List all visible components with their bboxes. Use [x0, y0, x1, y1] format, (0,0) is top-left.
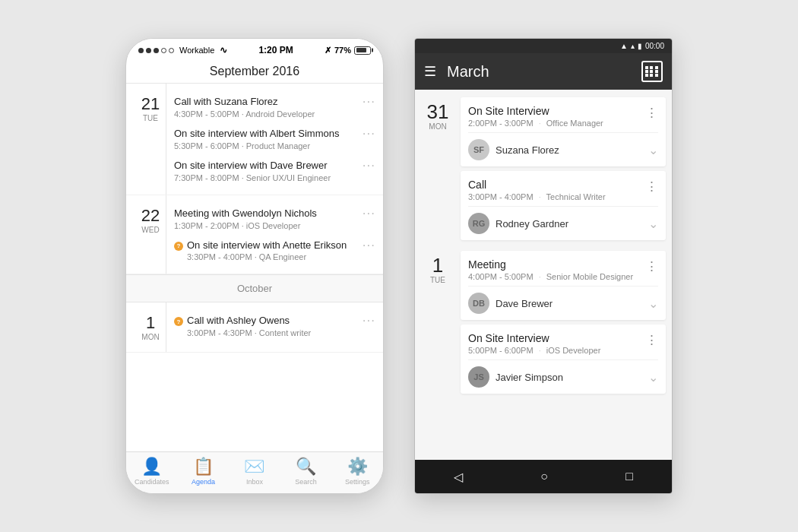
android-event-info-1-0: Meeting 4:00PM - 5:00PM · Senior Mobile …: [468, 258, 633, 281]
inbox-tab-label: Inbox: [246, 478, 263, 486]
android-event-more-1-0[interactable]: ⋮: [645, 258, 658, 274]
ios-events-21: Call with Suzana Florez 4:30PM - 5:00PM …: [166, 84, 383, 195]
android-event-person-0-1: RG Rodney Gardner ⌄: [468, 206, 658, 240]
avatar-0-1: RG: [468, 213, 489, 234]
ios-event-more-0-1[interactable]: ···: [358, 126, 375, 141]
ios-day-group-oct1: 1 MON ? Call with Ashley Owens 3:00PM - …: [126, 302, 383, 353]
chevron-down-icon-0-0[interactable]: ⌄: [648, 143, 658, 157]
android-day-group-1: 1 TUE Meeting 4:00PM - 5:00PM · Senior M…: [415, 243, 672, 397]
android-nav-bar: ◁ ○ □: [415, 460, 672, 493]
wifi-icon: ∿: [220, 45, 227, 55]
event-dot-oct-0: ?: [174, 317, 183, 326]
ios-event-0-1[interactable]: On site interview with Albert Simmons 5:…: [166, 123, 383, 155]
candidates-icon: 👤: [141, 457, 162, 477]
ios-scroll-area[interactable]: 21 TUE Call with Suzana Florez 4:30PM - …: [126, 84, 383, 451]
signal-dot-1: [138, 48, 144, 53]
ios-event-more-0-2[interactable]: ···: [358, 158, 375, 173]
search-tab-label: Search: [295, 478, 317, 486]
ios-event-1-0[interactable]: Meeting with Gwendolyn Nichols 1:30PM - …: [166, 203, 383, 235]
ios-day-num-21: 21: [141, 96, 160, 112]
android-event-card-0-0[interactable]: On Site Interview 2:00PM - 3:00PM · Offi…: [461, 97, 666, 166]
ios-event-0-2[interactable]: On site interview with Dave Brewer 7:30P…: [166, 155, 383, 187]
ios-tab-agenda[interactable]: 📋 Agenda: [178, 457, 230, 486]
ios-event-title-1-0: Meeting with Gwendolyn Nichols: [174, 207, 358, 220]
ios-event-more-1-1[interactable]: ···: [358, 238, 375, 253]
ios-event-time-1-1: 3:30PM - 4:00PM · QA Engineer: [187, 252, 358, 261]
home-button[interactable]: ○: [540, 470, 548, 483]
android-day-num-31: 31: [427, 102, 449, 122]
android-event-card-0-1[interactable]: Call 3:00PM - 4:00PM · Technical Writer …: [461, 171, 666, 240]
android-event-person-1-1: JS Javier Simpson ⌄: [468, 359, 658, 394]
chevron-down-icon-1-0[interactable]: ⌄: [648, 296, 658, 311]
hamburger-menu-icon[interactable]: ☰: [424, 63, 436, 80]
android-day-name-1: TUE: [430, 276, 445, 284]
ios-day-num-22: 22: [141, 207, 160, 224]
ios-tab-search[interactable]: 🔍 Search: [280, 457, 332, 486]
android-signal-icon: ▲: [620, 42, 628, 50]
ios-event-oct-0[interactable]: ? Call with Ashley Owens 3:00PM - 4:30PM…: [166, 310, 383, 342]
person-name-1-1: Javier Simpson: [496, 372, 642, 383]
ios-month-divider-oct: October: [126, 274, 383, 302]
ios-calendar-header: September 2016: [126, 59, 383, 84]
android-day-label-31: 31 MON: [421, 97, 454, 240]
chevron-down-icon-1-1[interactable]: ⌄: [648, 370, 658, 385]
ios-event-more-0-0[interactable]: ···: [358, 94, 375, 109]
calendar-view-icon[interactable]: [641, 61, 663, 82]
recent-apps-button[interactable]: □: [625, 470, 633, 483]
android-scroll-area[interactable]: 31 MON On Site Interview 2:00PM - 3:00PM…: [415, 90, 672, 460]
android-day-name-31: MON: [429, 122, 446, 131]
ios-event-content-1-1: On site interview with Anette Erikson 3:…: [187, 239, 358, 262]
android-events-31: On Site Interview 2:00PM - 3:00PM · Offi…: [461, 97, 666, 240]
ios-event-title-0-0: Call with Suzana Florez: [174, 96, 358, 109]
android-event-info-0-0: On Site Interview 2:00PM - 3:00PM · Offi…: [468, 105, 603, 128]
ios-event-time-0-2: 7:30PM - 8:00PM · Senior UX/UI Engineer: [174, 173, 358, 182]
avatar-0-0: SF: [468, 139, 489, 160]
android-event-header-1-0: Meeting 4:00PM - 5:00PM · Senior Mobile …: [468, 258, 658, 281]
ios-event-more-1-0[interactable]: ···: [358, 206, 375, 221]
ios-event-time-oct-0: 3:00PM - 4:30PM · Content writer: [187, 328, 358, 337]
search-icon: 🔍: [296, 457, 316, 477]
ios-phone: Workable ∿ 1:20 PM ✗ 77% September 2016 …: [125, 38, 384, 494]
ios-status-left: Workable ∿: [138, 45, 227, 55]
android-day-group-31: 31 MON On Site Interview 2:00PM - 3:00PM…: [415, 90, 672, 243]
android-event-person-1-0: DB Dave Brewer ⌄: [468, 286, 658, 320]
android-event-card-1-0[interactable]: Meeting 4:00PM - 5:00PM · Senior Mobile …: [461, 251, 666, 320]
ios-day-group-21: 21 TUE Call with Suzana Florez 4:30PM - …: [126, 84, 383, 195]
android-events-1: Meeting 4:00PM - 5:00PM · Senior Mobile …: [461, 251, 666, 394]
ios-event-0-0[interactable]: Call with Suzana Florez 4:30PM - 5:00PM …: [166, 91, 383, 123]
ios-event-more-oct-0[interactable]: ···: [358, 313, 375, 328]
ios-tab-inbox[interactable]: ✉️ Inbox: [229, 457, 280, 486]
ios-day-num-oct1: 1: [146, 315, 155, 331]
android-event-more-0-0[interactable]: ⋮: [645, 105, 658, 121]
ios-event-time-1-0: 1:30PM - 2:00PM · iOS Developer: [174, 221, 358, 230]
person-name-0-1: Rodney Gardner: [496, 218, 642, 230]
android-event-time-0-1: 3:00PM - 4:00PM · Technical Writer: [468, 192, 606, 201]
android-header-title: March: [447, 63, 641, 81]
android-event-more-1-1[interactable]: ⋮: [645, 332, 658, 348]
android-event-title-0-1: Call: [468, 179, 606, 191]
android-event-more-0-1[interactable]: ⋮: [645, 179, 658, 195]
ios-status-right: ✗ 77%: [325, 46, 371, 55]
signal-dot-5: [169, 48, 174, 53]
agenda-tab-label: Agenda: [192, 478, 215, 486]
android-header: ☰ March: [415, 53, 672, 90]
android-event-title-0-0: On Site Interview: [468, 105, 603, 117]
android-day-label-1: 1 TUE: [421, 251, 454, 394]
ios-event-title-1-1: On site interview with Anette Erikson: [187, 239, 358, 252]
chevron-down-icon-0-1[interactable]: ⌄: [648, 217, 658, 231]
ios-tab-settings[interactable]: ⚙️ Settings: [331, 457, 383, 486]
ios-events-22: Meeting with Gwendolyn Nichols 1:30PM - …: [166, 195, 383, 274]
back-button[interactable]: ◁: [454, 470, 463, 484]
ios-event-content-0-0: Call with Suzana Florez 4:30PM - 5:00PM …: [174, 96, 358, 119]
ios-day-label-21: 21 TUE: [126, 84, 166, 195]
ios-events-oct1: ? Call with Ashley Owens 3:00PM - 4:30PM…: [166, 302, 383, 352]
android-status-bar: ▲ ▴ ▮ 00:00: [415, 39, 672, 53]
android-event-card-1-1[interactable]: On Site Interview 5:00PM - 6:00PM · iOS …: [461, 325, 666, 394]
ios-event-content-0-1: On site interview with Albert Simmons 5:…: [174, 128, 358, 150]
ios-tab-candidates[interactable]: 👤 Candidates: [126, 457, 178, 486]
ios-event-title-0-2: On site interview with Dave Brewer: [174, 160, 358, 173]
ios-event-1-1[interactable]: ? On site interview with Anette Erikson …: [166, 235, 383, 267]
ios-event-time-0-0: 4:30PM - 5:00PM · Android Developer: [174, 109, 358, 119]
android-event-header-0-1: Call 3:00PM - 4:00PM · Technical Writer …: [468, 179, 658, 201]
ios-day-label-22: 22 WED: [126, 195, 166, 274]
